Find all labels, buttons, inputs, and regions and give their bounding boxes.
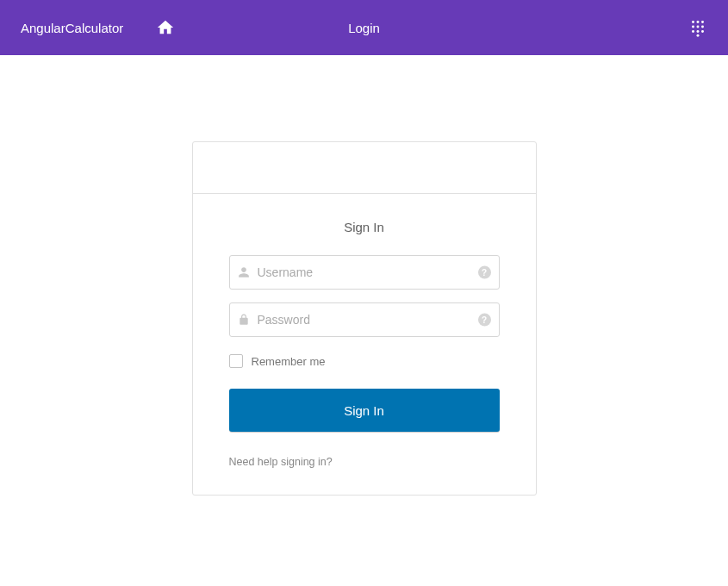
keypad-icon[interactable] — [688, 18, 707, 37]
svg-point-8 — [701, 30, 704, 33]
app-title: AngularCalculator — [21, 21, 123, 35]
remember-me-wrap: Remember me — [229, 354, 500, 368]
svg-point-5 — [701, 26, 704, 28]
main-content: Sign In ? ? Remember me Sign In — [0, 55, 728, 496]
help-icon[interactable]: ? — [478, 266, 491, 279]
svg-point-2 — [701, 21, 704, 23]
password-input[interactable] — [229, 302, 500, 337]
password-input-wrap: ? — [229, 302, 500, 337]
login-card: Sign In ? ? Remember me Sign In — [192, 141, 537, 496]
lock-icon — [238, 314, 250, 326]
svg-point-3 — [692, 26, 694, 28]
username-input-wrap: ? — [229, 255, 500, 290]
app-header: AngularCalculator Login — [0, 0, 728, 55]
login-card-header — [193, 142, 536, 194]
home-icon[interactable] — [156, 18, 175, 37]
header-right — [688, 18, 707, 37]
svg-point-6 — [692, 30, 694, 33]
remember-me-checkbox[interactable] — [229, 354, 243, 368]
help-icon[interactable]: ? — [478, 314, 491, 327]
signin-title: Sign In — [229, 220, 500, 234]
svg-point-0 — [692, 21, 694, 23]
svg-point-4 — [697, 26, 700, 28]
svg-point-7 — [697, 30, 700, 33]
remember-me-label[interactable]: Remember me — [252, 355, 326, 368]
header-left: AngularCalculator — [21, 18, 175, 37]
username-input[interactable] — [229, 255, 500, 290]
signin-button[interactable]: Sign In — [229, 389, 500, 432]
help-signing-in-link[interactable]: Need help signing in? — [229, 456, 333, 468]
login-card-body: Sign In ? ? Remember me Sign In — [193, 194, 536, 495]
login-nav-label[interactable]: Login — [348, 21, 380, 35]
svg-point-1 — [697, 21, 700, 23]
svg-point-9 — [697, 34, 700, 37]
user-icon — [238, 266, 250, 278]
